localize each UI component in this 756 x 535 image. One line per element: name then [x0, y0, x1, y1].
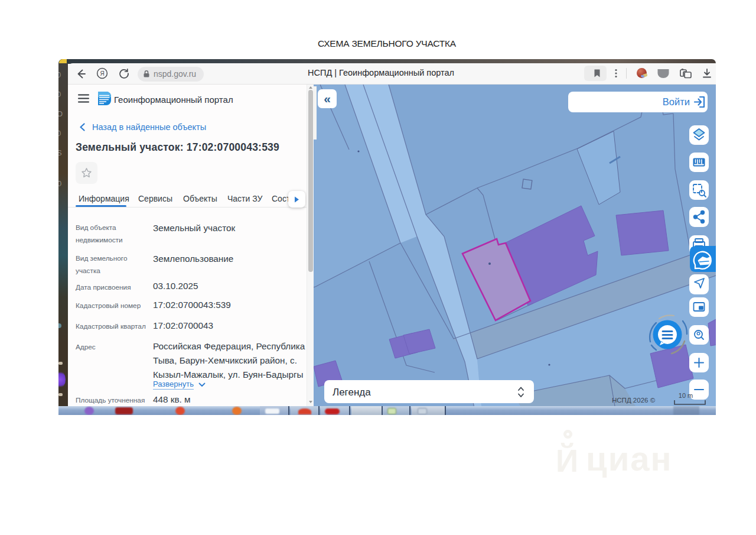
svg-text:«: « — [324, 92, 331, 105]
svg-text:Я: Я — [100, 70, 104, 77]
svg-text:Войти: Войти — [663, 96, 690, 107]
svg-text:НСПД 2026 ©: НСПД 2026 © — [612, 397, 656, 404]
svg-text:10 m: 10 m — [679, 392, 693, 399]
svg-text:Легенда: Легенда — [333, 387, 371, 398]
